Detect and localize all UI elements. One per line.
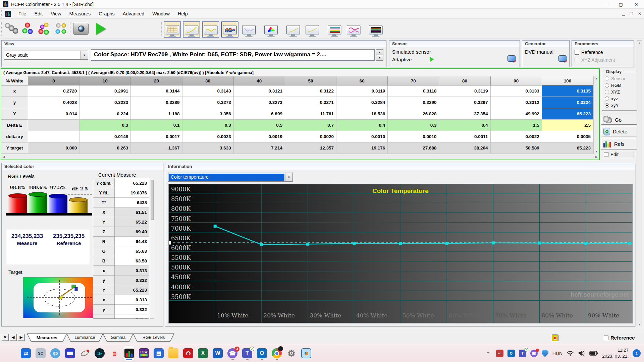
measures-cell[interactable]: 1.188 — [131, 108, 182, 120]
measures-cell[interactable]: 0.3297 — [439, 97, 490, 108]
measures-cell[interactable]: 3.356 — [182, 108, 234, 120]
tray-viber-icon[interactable]: ☎ — [530, 350, 538, 357]
battery-icon[interactable] — [589, 351, 598, 356]
view-near-white-button[interactable] — [240, 21, 258, 38]
measures-column-header[interactable]: 40 — [234, 76, 285, 85]
measures-cell[interactable]: 0.0019 — [234, 131, 285, 142]
measures-cell[interactable]: 2.5 — [542, 120, 593, 131]
taskbar-acrobat[interactable] — [183, 346, 193, 361]
measures-cell[interactable]: 0.3290 — [388, 97, 439, 108]
measures-row-header[interactable]: delta xy — [1, 131, 28, 142]
mdi-restore-icon[interactable]: ❐ — [630, 11, 633, 16]
tab-luminance[interactable]: Luminance — [66, 334, 103, 342]
edit-checkbox-row[interactable]: Edit — [602, 151, 634, 158]
tray-sc-icon[interactable]: SC — [496, 350, 503, 357]
measures-cell[interactable]: 0.3289 — [131, 97, 182, 108]
reference-checkbox[interactable] — [575, 50, 579, 55]
measures-cell[interactable]: 0.224 — [79, 108, 131, 120]
scroll-left-icon[interactable]: ◀ — [3, 155, 5, 159]
scroll-up-icon[interactable]: ▲ — [595, 77, 598, 80]
measures-column-header[interactable]: 100 — [542, 76, 593, 85]
measures-cell[interactable]: 0.3118 — [388, 85, 439, 97]
taskbar-rew[interactable]: REW — [139, 346, 149, 361]
measures-cell[interactable]: 0.3 — [182, 120, 234, 131]
taskbar-word[interactable]: W — [213, 346, 223, 361]
measures-cell[interactable]: 19.176 — [336, 142, 388, 154]
measures-row-header[interactable]: x — [1, 85, 28, 97]
measures-cell[interactable]: 0.2991 — [79, 85, 131, 97]
measures-cell[interactable]: 0.3273 — [182, 97, 234, 108]
measures-cell[interactable]: 0.0010 — [336, 131, 388, 142]
measures-cell[interactable]: 1.5 — [491, 120, 542, 131]
measures-horizontal-scrollbar[interactable]: ◀▶ — [1, 154, 599, 160]
measures-cell[interactable]: 37.354 — [439, 108, 490, 120]
chevron-down-icon[interactable]: ▼ — [285, 173, 292, 181]
measures-row-header[interactable]: Y target — [1, 142, 28, 154]
information-dropdown[interactable]: Color temperature ▼ — [168, 173, 293, 182]
taskbar-hcfr[interactable] — [124, 346, 134, 361]
view-luminance2-button[interactable] — [284, 21, 302, 38]
menu-measures[interactable]: Measures — [65, 10, 95, 18]
speaker-icon[interactable] — [578, 350, 585, 356]
menu-edit[interactable]: Edit — [30, 10, 47, 18]
tray-outlook-icon[interactable]: O — [507, 350, 515, 357]
measures-cell[interactable] — [28, 120, 79, 131]
view-saturation-button[interactable] — [345, 21, 362, 38]
statusbar-reference-row[interactable]: Reference — [604, 335, 635, 341]
view-gamma-button[interactable] — [183, 21, 200, 38]
measures-cell[interactable]: 12.357 — [285, 142, 336, 154]
measures-cell[interactable]: 0.3273 — [234, 97, 285, 108]
color-temperature-chart[interactable]: 9000K8500K8000K7500K7000K6500K6000K5500K… — [168, 184, 633, 323]
measures-cell[interactable]: 27.688 — [388, 142, 439, 154]
measures-row-header[interactable]: Delta E — [1, 120, 28, 131]
taskbar-presentation[interactable] — [301, 346, 311, 361]
tray-teams-icon[interactable]: T✓ — [519, 350, 526, 357]
reference-checkbox-row[interactable]: Reference — [575, 49, 603, 55]
camera-icon[interactable] — [73, 23, 89, 35]
view-measures-grid-button[interactable] — [164, 21, 181, 38]
scroll-down-icon[interactable]: ▼ — [638, 323, 641, 326]
measures-cell[interactable]: 65.223 — [542, 108, 593, 120]
menu-graphs[interactable]: Graphs — [95, 10, 119, 18]
view-color-levels-button[interactable] — [326, 21, 343, 38]
measures-cell[interactable]: 0.3133 — [491, 85, 542, 97]
measures-cell[interactable]: 0.4028 — [28, 97, 79, 108]
measures-cell[interactable]: 0.3233 — [79, 97, 131, 108]
menu-file[interactable]: File — [14, 10, 30, 18]
measures-cell[interactable]: 0.3 — [79, 120, 131, 131]
measures-cell[interactable]: 0.3 — [388, 120, 439, 131]
sensor-config-icon[interactable] — [507, 55, 516, 62]
radio-xyz-lower-icon[interactable] — [605, 97, 609, 101]
measures-vertical-scrollbar[interactable]: ▲▼ — [593, 76, 599, 154]
chevron-down-icon[interactable]: ▼ — [80, 51, 88, 59]
measures-cell[interactable]: 3.633 — [182, 142, 234, 154]
measures-cell[interactable]: 1.367 — [131, 142, 182, 154]
notification-badge[interactable]: 1 — [633, 349, 641, 357]
minimize-icon[interactable]: — — [598, 0, 613, 9]
close-view-icon[interactable]: ✕ — [1, 334, 9, 341]
measures-cell[interactable]: 0.3324 — [542, 97, 593, 108]
security-shield-icon[interactable]: ⚠ — [542, 350, 548, 357]
measures-cell[interactable]: 7.214 — [234, 142, 285, 154]
measures-row-header[interactable]: Y — [1, 108, 28, 120]
view-luminance-button[interactable] — [202, 21, 219, 38]
measures-column-header[interactable]: 90 — [491, 76, 542, 85]
mdi-doc-icon[interactable] — [5, 11, 11, 17]
taskbar-sound[interactable]: ))) — [109, 346, 119, 361]
measures-cell[interactable]: 0.0020 — [285, 131, 336, 142]
close-icon[interactable]: ✕ — [629, 0, 644, 9]
measures-column-header[interactable]: 20 — [131, 76, 182, 85]
spinner-down-icon[interactable]: ▼ — [376, 55, 383, 61]
tray-expand-icon[interactable]: ⌃ — [485, 350, 492, 357]
measures-cell[interactable]: 50.589 — [491, 142, 542, 154]
radio-xyz-upper[interactable]: XYZ — [605, 89, 620, 95]
clock[interactable]: 11:272023. 03. 21. — [602, 347, 629, 359]
edit-checkbox[interactable] — [604, 152, 608, 157]
measures-row-header[interactable]: y — [1, 97, 28, 108]
menu-view[interactable]: View — [47, 10, 65, 18]
measures-cell[interactable]: 38.204 — [439, 142, 490, 154]
taskbar-start-button[interactable] — [6, 346, 16, 361]
menu-advanced[interactable]: Advanced — [119, 10, 149, 18]
taskbar-settings[interactable]: ⚙ — [286, 346, 297, 361]
taskbar-mediainfo[interactable] — [80, 346, 90, 361]
